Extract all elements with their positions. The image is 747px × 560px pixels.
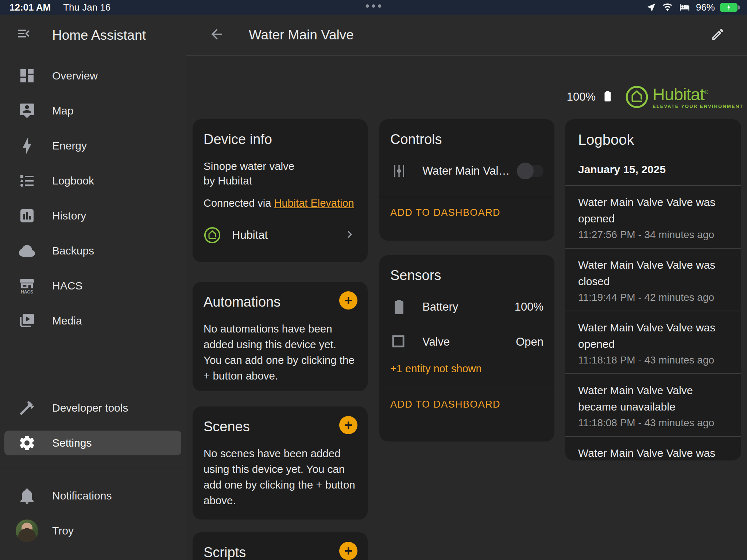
battery-percent: 96% <box>696 2 715 13</box>
hubitat-elevation-link[interactable]: Hubitat Elevation <box>274 197 354 209</box>
sidebar-item-overview[interactable]: Overview <box>0 58 186 93</box>
sidebar-item-history[interactable]: History <box>0 198 186 233</box>
sidebar-divider <box>0 468 186 468</box>
sensor-value: Open <box>516 335 543 349</box>
gear-icon <box>18 434 36 452</box>
sidebar: Home Assistant Overview Map Energy <box>0 15 186 560</box>
page-title: Water Main Valve <box>249 27 354 43</box>
sidebar-item-backups[interactable]: Backups <box>0 233 186 268</box>
device-manufacturer: by Hubitat <box>204 174 357 188</box>
sensor-row-valve[interactable]: Valve Open <box>390 331 543 353</box>
logbook-entry-text: Water Main Valve Valve was opened <box>578 445 728 460</box>
play-box-multiple-icon <box>18 312 36 330</box>
back-arrow-icon[interactable] <box>209 26 225 44</box>
integration-row[interactable]: Hubitat <box>204 226 357 244</box>
sidebar-item-label: Notifications <box>52 490 112 502</box>
device-brand-row: 100% Hubitat® ELEVATE YOUR ENVIRONMENT <box>567 85 743 109</box>
sidebar-item-label: Developer tools <box>52 402 128 414</box>
sidebar-item-label: Overview <box>52 70 98 82</box>
logbook-entry[interactable]: Water Main Valve Valve was closed 11:19:… <box>578 249 728 311</box>
edit-pencil-icon[interactable] <box>711 27 725 43</box>
device-info-card: Device info Sinope water valve by Hubita… <box>193 119 368 262</box>
hubitat-house-icon <box>625 85 649 109</box>
sidebar-item-label: History <box>52 210 86 222</box>
card-title: Device info <box>204 132 357 147</box>
bell-icon <box>18 487 36 505</box>
integration-name: Hubitat <box>232 229 268 242</box>
sidebar-item-developer-tools[interactable]: Developer tools <box>0 390 186 425</box>
sidebar-item-hacs[interactable]: HACS HACS <box>0 268 186 303</box>
square-outline-icon <box>390 333 408 351</box>
sidebar-item-label: Map <box>52 105 73 117</box>
card-title: Automations <box>204 294 357 310</box>
logbook-entry[interactable]: Water Main Valve Valve was opened 11:18:… <box>578 311 728 373</box>
logbook-entry-text: Water Main Valve Valve was closed <box>578 257 728 289</box>
card-title: Scripts <box>204 545 357 560</box>
cloud-icon <box>18 242 36 260</box>
tooltip-account-icon <box>18 102 36 120</box>
card-title: Scenes <box>204 419 357 435</box>
device-model: Sinope water valve <box>204 159 357 174</box>
card-title: Sensors <box>390 268 543 283</box>
logbook-entry[interactable]: Water Main Valve Valve was opened 11:27:… <box>578 186 728 248</box>
valve-control-row: Water Main Val… <box>390 160 543 182</box>
sensor-value: 100% <box>515 300 543 314</box>
sidebar-spacer <box>0 338 186 390</box>
user-avatar <box>16 520 38 542</box>
svg-text:HACS: HACS <box>21 289 33 295</box>
battery-charging-icon <box>720 3 738 12</box>
sliders-icon <box>390 162 408 180</box>
sensor-name: Valve <box>422 335 450 349</box>
add-scene-button[interactable]: + <box>339 416 357 434</box>
more-entities-link[interactable]: +1 entity not shown <box>390 363 543 375</box>
sidebar-item-label: Troy <box>52 525 74 537</box>
logbook-entry-text: Water Main Valve Valve was opened <box>578 194 728 227</box>
lightning-bolt-icon <box>18 137 36 155</box>
scripts-card: Scripts + <box>193 532 368 560</box>
sidebar-item-energy[interactable]: Energy <box>0 128 186 163</box>
sensors-add-to-dashboard-button[interactable]: ADD TO DASHBOARD <box>390 389 543 412</box>
battery-full-icon <box>601 88 614 106</box>
sidebar-item-profile[interactable]: Troy <box>0 513 186 548</box>
logbook-date-header: January 15, 2025 <box>578 163 728 176</box>
add-script-button[interactable]: + <box>339 542 357 560</box>
sleep-focus-bed-icon <box>678 2 691 12</box>
hubitat-logo: Hubitat® ELEVATE YOUR ENVIRONMENT <box>625 85 743 109</box>
bulleted-list-icon <box>18 172 36 190</box>
sidebar-item-label: Backups <box>52 245 94 257</box>
battery-icon <box>390 298 408 316</box>
hacs-store-icon: HACS <box>18 277 36 295</box>
status-bar: 12:01 AM Thu Jan 16 96% <box>0 0 747 15</box>
automations-card: Automations + No automations have been a… <box>193 282 368 391</box>
status-date: Thu Jan 16 <box>63 2 111 13</box>
sidebar-item-label: Logbook <box>52 175 94 187</box>
controls-add-to-dashboard-button[interactable]: ADD TO DASHBOARD <box>390 197 543 220</box>
add-automation-button[interactable]: + <box>339 291 357 310</box>
logbook-entry[interactable]: Water Main Valve Valve was opened <box>578 437 728 460</box>
scenes-card: Scenes + No scenes have been added using… <box>193 407 368 520</box>
logbook-entry-time: 11:27:56 PM - 34 minutes ago <box>578 229 728 241</box>
sidebar-item-label: Settings <box>52 437 92 449</box>
device-battery-percent: 100% <box>567 90 596 104</box>
logbook-entry-text: Water Main Valve Valve was opened <box>578 319 728 352</box>
sidebar-item-map[interactable]: Map <box>0 93 186 128</box>
logbook-entry[interactable]: Water Main Valve Valve became unavailabl… <box>578 374 728 436</box>
chevron-right-icon <box>343 228 357 243</box>
connected-via-label: Connected via <box>204 197 274 209</box>
hubitat-integration-icon <box>204 226 221 244</box>
sidebar-header: Home Assistant <box>0 15 186 56</box>
sidebar-item-logbook[interactable]: Logbook <box>0 163 186 198</box>
sidebar-toggle-icon[interactable] <box>16 26 31 44</box>
hubitat-tagline: ELEVATE YOUR ENVIRONMENT <box>653 104 743 109</box>
controls-card: Controls Water Main Val… ADD TO DASHBOAR… <box>379 119 554 241</box>
sensors-card: Sensors Battery 100% Valve Open +1 entit… <box>379 255 554 442</box>
sensor-row-battery[interactable]: Battery 100% <box>390 296 543 318</box>
valve-toggle[interactable] <box>518 165 543 177</box>
logbook-entry-time: 11:19:44 PM - 42 minutes ago <box>578 292 728 303</box>
card-title: Logbook <box>578 132 728 148</box>
multitasking-dots-icon[interactable] <box>366 4 382 8</box>
sensor-name: Battery <box>422 300 458 314</box>
sidebar-item-settings[interactable]: Settings <box>0 425 186 460</box>
sidebar-item-media[interactable]: Media <box>0 303 186 338</box>
sidebar-item-notifications[interactable]: Notifications <box>0 478 186 513</box>
